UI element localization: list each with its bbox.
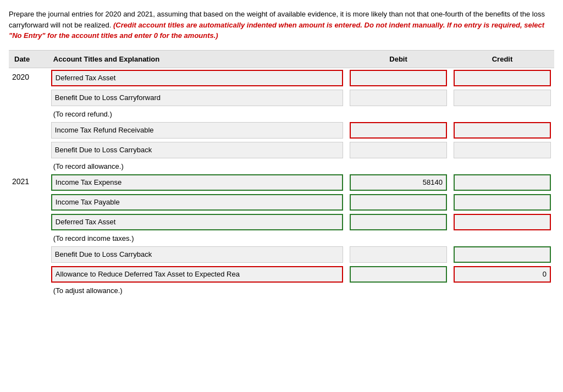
debit-cell [346, 264, 450, 284]
credit-input[interactable] [454, 70, 551, 86]
note-text: (To adjust allowance.) [48, 284, 554, 297]
credit-cell [450, 192, 554, 212]
credit-input[interactable] [454, 266, 551, 283]
note-text: (To record refund.) [48, 108, 554, 120]
account-cell [48, 173, 346, 192]
credit-cell [450, 245, 554, 264]
note-text: (To record allowance.) [48, 160, 554, 173]
table-row: 2020 [9, 68, 554, 88]
debit-input[interactable] [350, 246, 447, 263]
credit-input[interactable] [454, 90, 551, 106]
debit-cell [346, 120, 450, 140]
header-credit: Credit [450, 50, 554, 68]
account-input[interactable] [51, 214, 343, 230]
account-cell [48, 120, 346, 140]
credit-input[interactable] [454, 122, 551, 139]
credit-cell [450, 120, 554, 140]
note-row: (To record refund.) [9, 108, 554, 120]
debit-input[interactable] [350, 142, 447, 158]
account-cell [48, 68, 346, 88]
debit-cell [346, 68, 450, 88]
account-cell [48, 245, 346, 264]
note-text: (To record income taxes.) [48, 232, 554, 245]
account-input[interactable] [51, 142, 343, 158]
table-row [9, 212, 554, 232]
header-debit: Debit [346, 50, 450, 68]
debit-input[interactable] [350, 266, 447, 283]
journal-entries-table: Date Account Titles and Explanation Debi… [9, 50, 554, 297]
year-cell: 2020 [9, 68, 48, 88]
credit-input[interactable] [454, 246, 551, 263]
debit-input[interactable] [350, 174, 447, 191]
account-cell [48, 192, 346, 212]
table-row [9, 140, 554, 160]
account-input[interactable] [51, 122, 343, 139]
debit-cell [346, 88, 450, 108]
note-row: (To record income taxes.) [9, 232, 554, 245]
debit-cell [346, 140, 450, 160]
table-row [9, 192, 554, 212]
table-row [9, 120, 554, 140]
debit-input[interactable] [350, 122, 447, 139]
debit-input[interactable] [350, 70, 447, 86]
debit-cell [346, 173, 450, 192]
credit-input[interactable] [454, 142, 551, 158]
credit-cell [450, 88, 554, 108]
credit-input[interactable] [454, 214, 551, 230]
note-row: (To adjust allowance.) [9, 284, 554, 297]
account-input[interactable] [51, 174, 343, 191]
debit-input[interactable] [350, 214, 447, 230]
note-row: (To record allowance.) [9, 160, 554, 173]
year-cell: 2021 [9, 173, 48, 192]
table-row [9, 88, 554, 108]
debit-cell [346, 245, 450, 264]
credit-input[interactable] [454, 194, 551, 211]
debit-cell [346, 192, 450, 212]
credit-cell [450, 173, 554, 192]
credit-cell [450, 140, 554, 160]
debit-input[interactable] [350, 194, 447, 211]
credit-cell [450, 68, 554, 88]
table-row [9, 245, 554, 264]
account-cell [48, 88, 346, 108]
account-input[interactable] [51, 90, 343, 106]
credit-cell [450, 264, 554, 284]
account-input[interactable] [51, 70, 343, 86]
debit-cell [346, 212, 450, 232]
instructions-block: Prepare the journal entries for 2020 and… [9, 9, 548, 41]
account-input[interactable] [51, 194, 343, 211]
header-date: Date [9, 50, 48, 68]
table-row [9, 264, 554, 284]
header-account: Account Titles and Explanation [48, 50, 346, 68]
account-cell [48, 264, 346, 284]
credit-input[interactable] [454, 174, 551, 191]
debit-input[interactable] [350, 90, 447, 106]
table-row: 2021 [9, 173, 554, 192]
account-input[interactable] [51, 246, 343, 263]
account-cell [48, 212, 346, 232]
account-input[interactable] [51, 266, 343, 283]
account-cell [48, 140, 346, 160]
credit-cell [450, 212, 554, 232]
